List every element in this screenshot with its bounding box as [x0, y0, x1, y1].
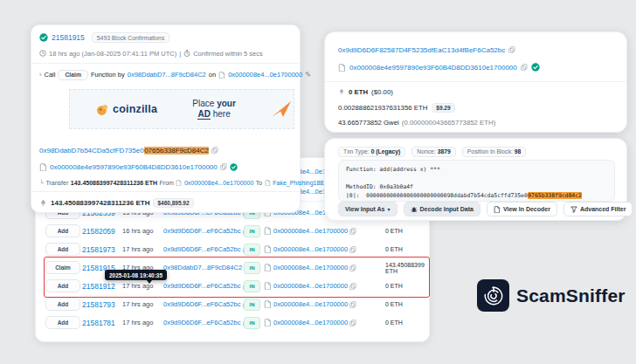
direction-badge: IN — [244, 280, 260, 292]
claim-method-badge: Claim — [58, 70, 88, 80]
expand-caret-icon[interactable]: › — [39, 71, 42, 79]
contract-address-link[interactable]: 0x000008e4...0e1700000 — [228, 71, 302, 79]
advanced-filter-button[interactable]: Advanced Filter — [563, 202, 633, 216]
block-link[interactable]: 21581912 — [82, 282, 115, 291]
ad-copy-text: Place your AD here — [157, 99, 271, 120]
to-address-link[interactable]: 0x000008e4...0e1700000 — [273, 264, 348, 271]
contract-icon — [264, 282, 272, 290]
method-badge: Add — [45, 279, 80, 293]
ad-arrow-icon — [271, 100, 292, 118]
age-cell: 17 hrs ago — [122, 245, 163, 253]
block-number-link[interactable]: 21581915 — [52, 33, 85, 42]
transfer-from-link[interactable]: 0x000008e4...0e1700000 — [184, 180, 253, 186]
value-cell: 0 ETH — [385, 319, 428, 326]
method-badge: Add — [45, 243, 80, 257]
txn-type-badge: Txn Type: 0 (Legacy) — [338, 147, 405, 157]
contract-icon — [176, 180, 182, 186]
method-badge: Add — [45, 316, 80, 330]
table-row: Add 21581912 17 hrs ago 0x9d9D6D6F...eF6… — [45, 277, 428, 296]
block-link[interactable]: 21581781 — [82, 319, 115, 327]
direction-badge: IN — [244, 317, 260, 329]
from-address-link[interactable]: 0x9d9D6D6F...eF6Ca52bc — [163, 227, 240, 235]
copy-icon[interactable] — [349, 283, 356, 290]
txn-fee-usd-badge: $9.29 — [432, 103, 454, 113]
value-cell: 0 ETH — [385, 283, 428, 289]
chevron-down-icon: ▾ — [388, 206, 391, 212]
to-address-link[interactable]: 0x000008e4...0e1700000 — [273, 282, 348, 290]
divider — [31, 191, 300, 192]
to-address-link[interactable]: 0x000008e4...0e1700000 — [273, 245, 348, 253]
view-input-as-dropdown[interactable]: View Input As ▾ — [338, 202, 398, 216]
from-address-full-link[interactable]: 0x98DdabD7b54CDa5cfFD735e00765b338F9cD84… — [39, 147, 209, 155]
value-cell: 0 ETH — [385, 246, 428, 252]
confirmed-within-text: Confirmed within 5 secs — [193, 50, 263, 58]
filter-funnel-icon — [570, 206, 577, 213]
coinzilla-mascot-icon — [96, 103, 109, 116]
contract-icon — [264, 319, 272, 326]
contract-icon — [264, 245, 272, 253]
function-by-label: Function by — [91, 71, 125, 79]
input-data-box[interactable]: Function: add(address x) *** MethodID: 0… — [338, 160, 615, 202]
copy-icon[interactable] — [508, 46, 515, 53]
from-label: From — [160, 180, 174, 186]
divider — [31, 63, 300, 64]
value-cell: 0 ETH — [385, 301, 428, 307]
copy-icon[interactable] — [211, 147, 218, 154]
age-cell: 17 hrs ago — [122, 300, 163, 308]
copy-icon[interactable] — [220, 163, 227, 170]
block-link[interactable]: 21581793 — [82, 300, 115, 309]
contract-address-full-link[interactable]: 0x000008e4e9597890e93F60B4D8DD3610e17000… — [349, 64, 517, 72]
copy-icon[interactable] — [349, 264, 356, 271]
bug-icon — [411, 206, 418, 213]
timestamp-tooltip: 2025-01-08 19:40:35 — [105, 270, 167, 280]
scamsniffer-brand-text: ScamSniffer — [516, 285, 626, 306]
nonce-badge: Nonce: 3879 — [411, 147, 456, 157]
tx-value-usd-badge: $460,895.92 — [153, 198, 193, 208]
tooltip-caret — [147, 280, 152, 284]
tree-corner-icon: └ — [39, 180, 44, 186]
view-in-decoder-button[interactable]: View In Decoder — [487, 202, 557, 216]
gas-price: 43.665773852 Gwei — [338, 119, 399, 127]
transfer-amount: 143.450883997428311236 ETH — [71, 180, 157, 186]
from-address-link[interactable]: 0x9d9D6D6F...eF6Ca52bc — [163, 282, 240, 290]
from-address-link[interactable]: 0x9d9D6D6F...eF6Ca52bc — [163, 319, 240, 326]
method-badge: Add — [45, 224, 80, 238]
method-badge: Add — [45, 298, 80, 312]
block-link[interactable]: 21582059 — [82, 227, 115, 236]
copy-icon[interactable] — [521, 64, 528, 71]
block-link[interactable]: 21581973 — [82, 245, 115, 254]
copy-icon[interactable] — [349, 228, 356, 235]
success-check-icon — [39, 33, 48, 42]
gas-price-eth: (0.000000043665773852 ETH) — [402, 119, 496, 127]
edit-pencil-icon[interactable]: ✎ — [305, 71, 311, 79]
from-address-link[interactable]: 0x98DdabD7...8F9cD84C2 — [163, 264, 242, 271]
to-address-link[interactable]: 0x000008e4...0e1700000 — [273, 300, 348, 308]
contract-address-full-link[interactable]: 0x000008e4e9597890e93F60B4D8DD3610e17000… — [50, 163, 218, 171]
to-address-link[interactable]: 0x000008e4...0e1700000 — [273, 319, 348, 326]
highlighted-address-suffix: 0765b338F9cD84C2 — [144, 147, 210, 155]
copy-icon[interactable] — [349, 319, 356, 326]
decode-input-data-button[interactable]: Decode Input Data — [404, 202, 480, 216]
direction-badge: IN — [244, 299, 260, 311]
direction-badge: IN — [244, 262, 260, 274]
to-address-link[interactable]: 0x000008e4...0e1700000 — [273, 227, 348, 235]
tx-detail-card-bottom: Txn Type: 0 (Legacy) Nonce: 3879 Positio… — [324, 138, 627, 221]
from-address-full-link[interactable]: 0x9d9D6D6F82587D4F5235dfEaC13d4fBeF6Ca52… — [338, 46, 505, 54]
timestamp-text: 18 hrs ago (Jan-08-2025 07:41:11 PM UTC) — [49, 50, 176, 58]
copy-icon[interactable] — [349, 301, 356, 308]
value-eth: 0 ETH — [349, 88, 368, 96]
to-label: To — [256, 180, 262, 186]
position-in-block-badge: Position In Block: 98 — [462, 147, 527, 157]
contract-icon — [265, 180, 271, 186]
contract-icon — [338, 64, 346, 72]
from-address-link[interactable]: 0x9d9D6D6F...eF6Ca52bc — [163, 245, 240, 253]
table-row-claim: Claim 21581915 17 hrs ago 0x98DdabD7...8… — [45, 258, 428, 278]
txn-fee: 0.002888621937631356 ETH — [338, 104, 427, 112]
ad-banner[interactable]: coinzilla Place your AD here — [69, 89, 294, 129]
from-address-link[interactable]: 0x98DdabD7...8F9cD84C2 — [128, 71, 206, 79]
copy-icon[interactable] — [349, 246, 356, 253]
value-cell: 143.45088399 ETH — [385, 262, 428, 274]
contract-icon — [39, 163, 47, 171]
highlighted-calldata-suffix: 0765b338f9cd84c2 — [528, 192, 583, 199]
from-address-link[interactable]: 0x9d9D6D6F...eF6Ca52bc — [163, 300, 240, 308]
